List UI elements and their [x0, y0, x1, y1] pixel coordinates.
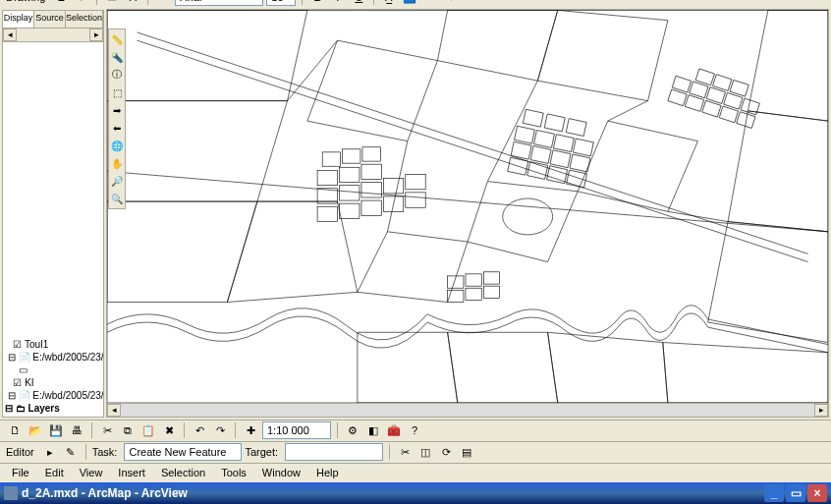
rotate-icon[interactable]: ⟳	[437, 444, 455, 462]
tab-selection[interactable]: Selection	[66, 11, 103, 28]
cut-icon[interactable]: ✂	[396, 444, 414, 462]
pan-icon[interactable]: ✋	[109, 155, 125, 171]
redo-icon[interactable]: ↷	[211, 422, 229, 440]
toc-tree[interactable]: ⊟ 🗀 Layers ⊟ 📄 E:/wbd/2005/23/rd ☑ KI ▭ …	[3, 42, 103, 417]
svg-rect-9	[361, 164, 381, 179]
minimize-button[interactable]: _	[764, 484, 784, 502]
drawing-label[interactable]: Drawing	[6, 0, 45, 4]
svg-rect-38	[668, 89, 687, 106]
next-extent-icon[interactable]: ➡	[109, 102, 125, 118]
drawing-toolbar: Drawing ▲ ⟳ ▭ A ✎ Arial 10 B I U A̲ 🟦 〰 …	[0, 0, 831, 8]
toc-layer-tou[interactable]: ☑ TouI1	[5, 338, 101, 351]
menu-insert[interactable]: Insert	[112, 466, 151, 481]
print-icon[interactable]: 🖶	[68, 422, 85, 440]
zoom-out-icon[interactable]: 🔎	[109, 173, 125, 189]
underline-icon[interactable]: U	[350, 0, 367, 7]
fill-color-icon[interactable]: 🟦	[401, 0, 418, 7]
line-color-icon[interactable]: 〰	[421, 0, 439, 7]
editor-toolbar-icon[interactable]: ⚙	[344, 422, 361, 440]
maximize-button[interactable]: ▭	[786, 484, 805, 502]
fontsize-combo[interactable]: 10	[266, 0, 296, 7]
menu-window[interactable]: Window	[256, 466, 306, 481]
split-icon[interactable]: ◫	[416, 444, 434, 462]
editor-label[interactable]: Editor	[6, 447, 34, 459]
paste-icon[interactable]: 📋	[139, 422, 157, 440]
svg-rect-11	[406, 193, 425, 207]
tab-display[interactable]: Display	[3, 11, 34, 28]
svg-rect-28	[573, 139, 593, 156]
separator	[302, 0, 303, 6]
rotate-icon[interactable]: ⟳	[73, 0, 90, 7]
svg-rect-22	[530, 146, 551, 164]
text-icon[interactable]: A	[124, 0, 141, 7]
full-extent-icon[interactable]: 🌐	[109, 138, 125, 153]
svg-rect-30	[544, 114, 565, 132]
toc-layer-ki[interactable]: ☑ KI	[5, 376, 101, 389]
prev-extent-icon[interactable]: ⬅	[109, 120, 125, 136]
scroll-right-icon[interactable]: ▸	[89, 28, 103, 41]
map-hscroll-top[interactable]: ◂ ▸	[107, 403, 828, 417]
svg-rect-36	[466, 274, 481, 286]
new-icon[interactable]: 🗋	[6, 422, 24, 440]
find-icon[interactable]: 🔦	[109, 49, 125, 65]
marker-color-icon[interactable]: ●	[442, 0, 460, 7]
pointer-icon[interactable]: ▲	[52, 0, 70, 7]
svg-rect-42	[737, 112, 755, 129]
map-canvas[interactable]	[107, 10, 828, 403]
menu-view[interactable]: View	[74, 466, 109, 481]
toc-symbol-1[interactable]: ▭	[5, 364, 101, 376]
map-area: ◂ ▸	[106, 10, 829, 418]
attributes-icon[interactable]: ▤	[458, 444, 475, 462]
svg-rect-8	[340, 167, 360, 182]
task-combo[interactable]: Create New Feature	[124, 444, 242, 462]
scroll-track[interactable]	[17, 28, 89, 41]
save-icon[interactable]: 💾	[47, 422, 65, 440]
task-label: Task:	[92, 447, 118, 459]
copy-icon[interactable]: ⧉	[119, 422, 137, 440]
layers-root[interactable]: ⊟ 🗀 Layers	[5, 402, 101, 415]
edit-tool-icon[interactable]: ▸	[41, 444, 59, 462]
italic-icon[interactable]: I	[329, 0, 347, 7]
toc-hscroll[interactable]: ◂ ▸	[3, 28, 103, 42]
identify-icon[interactable]: ⓘ	[109, 67, 125, 83]
delete-icon[interactable]: ✖	[160, 422, 178, 440]
separator	[235, 423, 236, 439]
scroll-right-icon[interactable]: ▸	[814, 404, 828, 417]
target-combo[interactable]	[285, 444, 383, 462]
menu-selection[interactable]: Selection	[155, 466, 211, 481]
edit-vertices-icon[interactable]: ✎	[154, 0, 172, 7]
add-data-icon[interactable]: ✚	[242, 422, 259, 440]
scale-combo[interactable]: 1:10 000	[262, 422, 331, 440]
app-icon	[4, 486, 18, 500]
font-combo[interactable]: Arial	[175, 0, 263, 7]
menu-tools[interactable]: Tools	[215, 466, 252, 481]
toc-group-2[interactable]: ⊟ 📄 E:/wbd/2005/23/rd	[5, 351, 101, 364]
close-button[interactable]: ×	[807, 484, 827, 502]
zoom-in-icon[interactable]: 🔍	[109, 191, 125, 206]
bold-icon[interactable]: B	[308, 0, 326, 7]
undo-icon[interactable]: ↶	[191, 422, 208, 440]
open-icon[interactable]: 📂	[27, 422, 44, 440]
catalog-icon[interactable]: ◧	[364, 422, 382, 440]
svg-rect-45	[706, 87, 725, 104]
scroll-left-icon[interactable]: ◂	[107, 404, 121, 417]
font-color-icon[interactable]: A̲	[380, 0, 398, 7]
toolbox-icon[interactable]: 🧰	[385, 422, 403, 440]
help-icon[interactable]: ?	[406, 422, 423, 440]
svg-rect-37	[483, 272, 499, 284]
tab-source[interactable]: Source	[34, 11, 66, 28]
menu-edit[interactable]: Edit	[39, 466, 70, 481]
cut-icon[interactable]: ✂	[98, 422, 116, 440]
svg-rect-44	[690, 82, 708, 98]
scroll-track[interactable]	[121, 404, 814, 417]
svg-rect-34	[483, 286, 499, 298]
sketch-tool-icon[interactable]: ✎	[62, 444, 80, 462]
scroll-left-icon[interactable]: ◂	[3, 28, 17, 41]
menu-file[interactable]: File	[6, 466, 35, 481]
toc-group-1[interactable]: ⊟ 📄 E:/wbd/2005/23/rd	[5, 389, 101, 402]
separator	[184, 423, 185, 439]
rectangle-icon[interactable]: ▭	[103, 0, 121, 7]
measure-icon[interactable]: 📏	[109, 31, 125, 47]
select-icon[interactable]: ⬚	[109, 84, 125, 100]
menu-help[interactable]: Help	[310, 466, 345, 481]
